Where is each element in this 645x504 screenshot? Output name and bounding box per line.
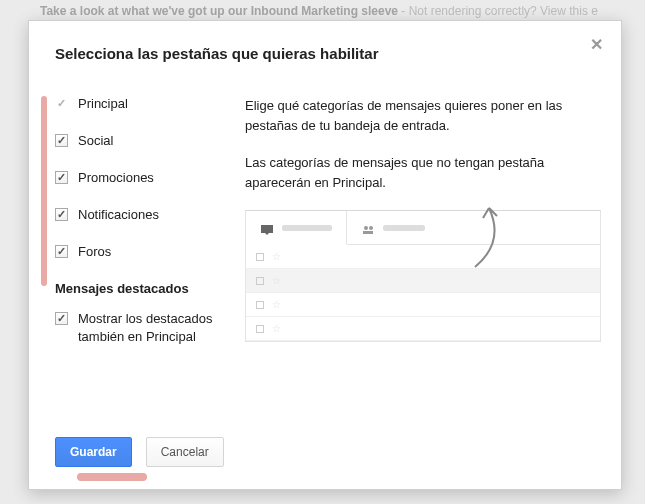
checkbox-icon: ✓ bbox=[55, 245, 68, 258]
description-p2: Las categorías de mensajes que no tengan… bbox=[245, 153, 601, 192]
svg-point-1 bbox=[369, 226, 373, 230]
starred-in-principal-option[interactable]: ✓ Mostrar los destacados también en Prin… bbox=[55, 310, 235, 346]
save-button[interactable]: Guardar bbox=[55, 437, 132, 467]
preview-tabs bbox=[246, 211, 600, 245]
dialog-buttons: Guardar Cancelar bbox=[55, 437, 224, 467]
cancel-button[interactable]: Cancelar bbox=[146, 437, 224, 467]
dialog-title: Selecciona las pestañas que quieras habi… bbox=[55, 45, 601, 62]
checkbox-icon: ✓ bbox=[55, 134, 68, 147]
svg-rect-2 bbox=[363, 231, 373, 234]
inbox-preview: ☆ ☆ ☆ ☆ bbox=[245, 210, 601, 342]
annotation-red-underline bbox=[77, 473, 147, 481]
tab-option-label: Principal bbox=[78, 96, 128, 111]
preview-row: ☆ bbox=[246, 245, 600, 269]
checkbox-icon: ✓ bbox=[55, 208, 68, 221]
preview-tab-primary bbox=[246, 211, 347, 245]
preview-row: ☆ bbox=[246, 269, 600, 293]
tab-option-principal[interactable]: ✓ Principal bbox=[55, 96, 235, 111]
tab-option-social[interactable]: ✓ Social bbox=[55, 133, 235, 148]
checkbox-icon: ✓ bbox=[55, 171, 68, 184]
background-email-preview: Take a look at what we've got up our Inb… bbox=[40, 4, 635, 18]
placeholder-bar bbox=[383, 225, 425, 231]
close-icon[interactable]: ✕ bbox=[590, 35, 603, 54]
tab-option-label: Foros bbox=[78, 244, 111, 259]
dialog-right-panel: Elige qué categorías de mensajes quieres… bbox=[235, 96, 601, 346]
preview-tab-social bbox=[347, 211, 439, 244]
tab-option-notificaciones[interactable]: ✓ Notificaciones bbox=[55, 207, 235, 222]
starred-option-label: Mostrar los destacados también en Princi… bbox=[78, 310, 235, 346]
tabs-settings-dialog: ✕ Selecciona las pestañas que quieras ha… bbox=[28, 20, 622, 490]
checkmark-icon: ✓ bbox=[55, 97, 68, 110]
placeholder-bar bbox=[282, 225, 332, 231]
preview-row: ☆ bbox=[246, 293, 600, 317]
tab-option-foros[interactable]: ✓ Foros bbox=[55, 244, 235, 259]
svg-point-0 bbox=[364, 226, 368, 230]
tab-option-promociones[interactable]: ✓ Promociones bbox=[55, 170, 235, 185]
inbox-icon bbox=[260, 222, 274, 234]
people-icon bbox=[361, 222, 375, 234]
tab-option-label: Promociones bbox=[78, 170, 154, 185]
annotation-red-bar bbox=[41, 96, 47, 286]
checkbox-icon: ✓ bbox=[55, 312, 68, 325]
description-p1: Elige qué categorías de mensajes quieres… bbox=[245, 96, 601, 135]
preview-rows: ☆ ☆ ☆ ☆ bbox=[246, 245, 600, 341]
tab-option-label: Social bbox=[78, 133, 113, 148]
preview-row: ☆ bbox=[246, 317, 600, 341]
tab-option-label: Notificaciones bbox=[78, 207, 159, 222]
starred-heading: Mensajes destacados bbox=[55, 281, 235, 296]
tabs-checkbox-list: ✓ Principal ✓ Social ✓ Promociones ✓ Not… bbox=[55, 96, 235, 346]
